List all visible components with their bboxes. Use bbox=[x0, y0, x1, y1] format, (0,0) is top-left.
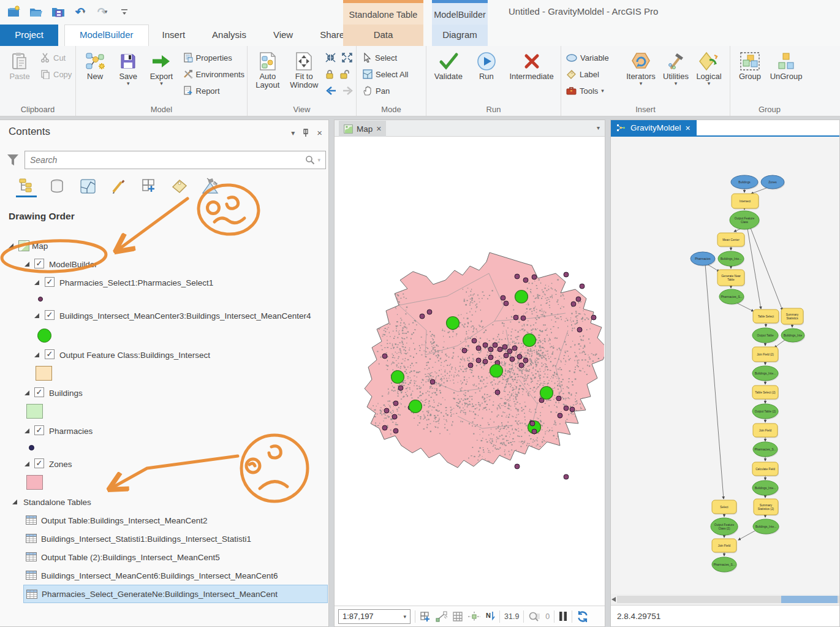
pane-menu-icon[interactable]: ▾ bbox=[291, 129, 295, 137]
model-node[interactable]: Join Field bbox=[712, 539, 737, 553]
model-node[interactable]: Buildings_Inte... bbox=[752, 366, 779, 382]
list-by-drawing-order-icon[interactable] bbox=[16, 177, 37, 197]
layer-checkbox[interactable]: ✓ bbox=[45, 349, 55, 359]
layer-item-modelbuilder[interactable]: ✓ModelBuilder bbox=[0, 255, 328, 273]
layer-symbol-square[interactable] bbox=[36, 366, 52, 381]
select-button[interactable]: Select bbox=[363, 51, 408, 64]
validate-button[interactable]: Validate bbox=[429, 48, 468, 81]
forward-arrow-icon[interactable] bbox=[342, 86, 354, 95]
model-node[interactable]: SummaryStatistics (2) bbox=[754, 499, 779, 516]
model-node[interactable]: Output FeatureClass bbox=[730, 211, 760, 230]
selection-magnifier-icon[interactable] bbox=[528, 611, 541, 622]
layer-item-buildings-intersect-meancenter3-building[interactable]: ✓Buildings_Intersect_MeanCenter3:Buildin… bbox=[0, 306, 328, 325]
expander-icon[interactable] bbox=[25, 390, 29, 395]
model-node[interactable]: Buildings bbox=[731, 175, 759, 190]
layer-item-map[interactable]: Map bbox=[0, 237, 328, 255]
fit-to-window-button[interactable]: Fit to Window bbox=[286, 48, 323, 89]
variable-button[interactable]: Variable bbox=[566, 51, 622, 64]
layer-checkbox[interactable]: ✓ bbox=[34, 458, 44, 468]
save-dropdown-caret[interactable]: ▾ bbox=[127, 81, 130, 86]
model-node[interactable]: Pharmacies_S... bbox=[712, 557, 737, 573]
table-item[interactable]: Buildings_Intersect_MeanCent6:Buildings_… bbox=[0, 566, 328, 585]
standalone-tables-heading[interactable]: Standalone Tables bbox=[0, 493, 328, 511]
list-by-snapping-icon[interactable] bbox=[138, 177, 159, 197]
pin-icon[interactable] bbox=[302, 129, 309, 137]
scroll-left-arrow[interactable] bbox=[611, 597, 616, 602]
report-button[interactable]: Report bbox=[183, 84, 244, 97]
model-node[interactable]: Buildings_Inte bbox=[781, 329, 805, 343]
tab-diagram[interactable]: Diagram bbox=[432, 25, 488, 46]
layer-symbol-dot[interactable] bbox=[29, 445, 34, 450]
layer-checkbox[interactable]: ✓ bbox=[45, 277, 55, 287]
model-node[interactable]: Table Select bbox=[753, 310, 779, 324]
model-node[interactable]: Buildings_Inte... bbox=[718, 251, 744, 267]
expand-icon[interactable] bbox=[342, 53, 352, 63]
table-item[interactable]: Buildings_Intersect_Statisti1:Buildings_… bbox=[0, 530, 328, 548]
map-scale-select[interactable]: 1:87,197▾ bbox=[338, 609, 411, 624]
redo-button[interactable]: ↷▾ bbox=[94, 4, 110, 20]
layer-item-buildings[interactable]: ✓Buildings bbox=[0, 384, 328, 402]
snapping-icon[interactable] bbox=[467, 611, 481, 622]
new-project-icon[interactable] bbox=[6, 4, 22, 20]
list-by-labeling-icon[interactable] bbox=[169, 177, 190, 197]
expander-icon[interactable] bbox=[34, 313, 39, 318]
group-button[interactable]: Group bbox=[733, 48, 767, 81]
table-item[interactable]: Output Table (2):Buildings_Intersect_Mea… bbox=[0, 548, 328, 566]
utilities-button[interactable]: Utilities ▾ bbox=[659, 48, 692, 86]
layer-checkbox[interactable]: ✓ bbox=[34, 425, 44, 435]
tab-project[interactable]: Project bbox=[0, 25, 58, 46]
model-node[interactable]: Join Field bbox=[753, 424, 778, 438]
label-button[interactable]: Label bbox=[566, 67, 622, 81]
expander-icon[interactable] bbox=[25, 428, 29, 433]
layer-symbol-dot[interactable] bbox=[38, 297, 43, 302]
tools-button[interactable]: Tools ▾ bbox=[566, 84, 622, 97]
model-canvas[interactable]: BuildingsZonesIntersectOutput FeatureCla… bbox=[611, 137, 839, 594]
model-node[interactable]: Join Field (2) bbox=[752, 347, 779, 363]
expander-icon[interactable] bbox=[34, 280, 39, 285]
ungroup-button[interactable]: UnGroup bbox=[767, 48, 805, 81]
model-view-tab[interactable]: GravityMoldel × bbox=[611, 120, 697, 135]
expander-icon[interactable] bbox=[12, 500, 17, 504]
model-node[interactable]: Pharmacies_S... bbox=[719, 289, 744, 305]
back-arrow-icon[interactable] bbox=[325, 86, 336, 95]
layer-symbol-square[interactable] bbox=[26, 404, 43, 419]
search-input[interactable] bbox=[30, 155, 305, 165]
export-button[interactable]: Export ▾ bbox=[145, 48, 178, 86]
map-canvas[interactable] bbox=[335, 137, 605, 606]
layer-item-zones[interactable]: ✓Zones bbox=[0, 455, 328, 473]
lock-icon[interactable] bbox=[325, 69, 334, 79]
list-by-selection-icon[interactable] bbox=[77, 177, 98, 197]
map-view-tab[interactable]: Map × bbox=[339, 121, 386, 137]
model-node[interactable]: Select bbox=[712, 500, 737, 515]
scrollbar-thumb[interactable] bbox=[781, 596, 838, 603]
model-node[interactable]: Pharmacies bbox=[691, 252, 716, 267]
model-node[interactable]: SummaryStatistics bbox=[781, 308, 804, 325]
view-tab-menu-icon[interactable]: ▾ bbox=[597, 124, 600, 131]
model-node[interactable]: Calculate Field bbox=[752, 462, 779, 477]
logical-button[interactable]: Logical ▾ bbox=[692, 48, 725, 86]
layer-checkbox[interactable]: ✓ bbox=[34, 259, 44, 268]
layer-item-pharmacies[interactable]: ✓Pharmacies bbox=[0, 422, 328, 440]
layer-item-pharmacies-select1-pharmacies-select1[interactable]: ✓Pharmacies_Select1:Pharmacies_Select1 bbox=[0, 273, 328, 292]
close-map-tab-icon[interactable]: × bbox=[376, 124, 381, 134]
customize-toolbar-icon[interactable] bbox=[116, 4, 132, 20]
pan-button[interactable]: Pan bbox=[363, 84, 408, 97]
model-horizontal-scrollbar[interactable] bbox=[611, 594, 839, 605]
layer-symbol-circle[interactable] bbox=[37, 329, 51, 343]
select-all-button[interactable]: Select All bbox=[363, 67, 408, 81]
layer-symbol-square[interactable] bbox=[26, 475, 43, 490]
model-node[interactable]: Table Select (2) bbox=[752, 386, 779, 400]
model-node[interactable]: Buildings_Inte... bbox=[752, 481, 779, 496]
pause-drawing-icon[interactable] bbox=[559, 611, 567, 621]
model-node[interactable]: Output FeatureClass (2) bbox=[711, 518, 738, 536]
paste-button[interactable]: Paste bbox=[2, 48, 37, 81]
collapse-icon[interactable] bbox=[325, 53, 336, 63]
export-dropdown-caret[interactable]: ▾ bbox=[160, 81, 163, 86]
expander-icon[interactable] bbox=[25, 462, 29, 466]
model-node[interactable]: Zones bbox=[761, 175, 785, 190]
expander-icon[interactable] bbox=[9, 243, 13, 248]
list-by-editing-icon[interactable] bbox=[108, 177, 129, 197]
iterators-button[interactable]: Iterators ▾ bbox=[622, 48, 659, 86]
layer-checkbox[interactable]: ✓ bbox=[34, 387, 44, 397]
run-button[interactable]: Run bbox=[472, 48, 501, 81]
